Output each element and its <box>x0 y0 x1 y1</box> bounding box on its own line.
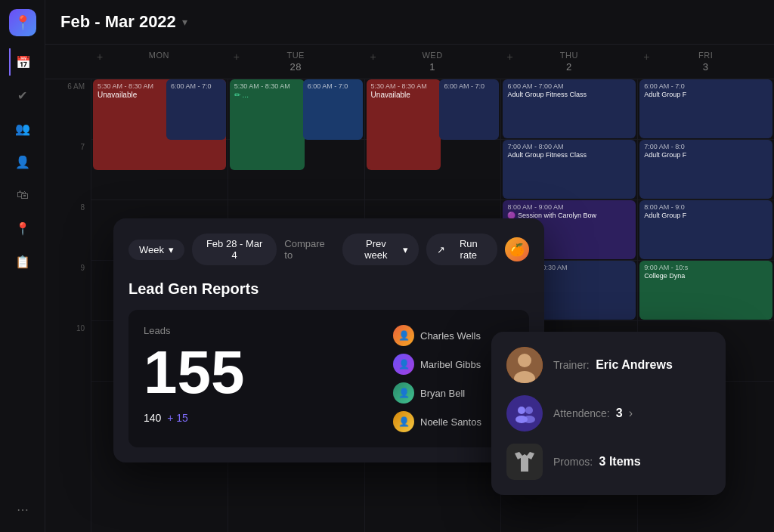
week-selector-button[interactable]: Week ▾ <box>128 240 184 260</box>
leads-card: Leads 155 140 + 15 👤 Charles Wells 👤 Mar… <box>128 310 529 447</box>
sidebar-item-more[interactable]: ⋯ <box>9 496 36 523</box>
event-tue-group[interactable]: 6:00 AM - 7:0 <box>303 79 363 140</box>
day-header-mon: + MON <box>91 45 228 79</box>
svg-point-3 <box>518 407 525 414</box>
compare-label: Compare to <box>284 238 335 261</box>
run-rate-icon: ↗ <box>437 244 445 255</box>
prev-week-label: Prev week <box>353 238 398 261</box>
add-fri-button[interactable]: + <box>643 51 650 63</box>
time-column: 6 AM 7 8 9 10 <box>45 79 91 532</box>
avatar: 👤 <box>393 382 414 404</box>
event-wed-group[interactable]: 6:00 AM - 7:0 <box>439 79 499 140</box>
time-6am: 6 AM <box>45 79 91 140</box>
time-8am: 8 <box>45 200 91 261</box>
run-rate-button[interactable]: ↗ Run rate <box>426 234 497 265</box>
svg-point-4 <box>525 407 533 414</box>
event-mon-group[interactable]: 6:00 AM - 7:0 <box>166 79 226 140</box>
panel-title: Lead Gen Reports <box>128 280 529 298</box>
event-thu-6am[interactable]: 6:00 AM - 7:00 AM Adult Group Fitness Cl… <box>503 79 636 138</box>
week-label: Week <box>139 244 164 255</box>
event-wed-unavailable[interactable]: 5:30 AM - 8:30 AM Unavailable <box>367 79 441 170</box>
day-header-tue: + TUE 28 <box>228 45 364 79</box>
time-9am: 9 <box>45 261 91 321</box>
title-dropdown-icon[interactable]: ▾ <box>182 16 187 28</box>
attendance-row: Attendence: 3 › <box>506 395 711 431</box>
leads-label: Leads <box>144 325 378 336</box>
prev-week-dropdown-icon: ▾ <box>403 244 408 255</box>
day-header-thu: + THU 2 <box>500 45 637 79</box>
avatar: 👤 <box>393 411 414 432</box>
event-fri-8am[interactable]: 8:00 AM - 9:0 Adult Group F <box>639 200 772 259</box>
sidebar-item-contacts[interactable]: 👥 <box>9 115 36 142</box>
run-rate-label: Run rate <box>450 238 487 261</box>
avatar: 👤 <box>393 354 414 375</box>
leads-stats: Leads 155 140 + 15 <box>144 325 378 424</box>
event-fri-7am[interactable]: 7:00 AM - 8:0 Adult Group F <box>639 140 772 199</box>
svg-point-1 <box>518 354 531 367</box>
calendar-header: Feb - Mar 2022 ▾ <box>45 0 774 45</box>
page-title: Feb - Mar 2022 <box>60 12 176 32</box>
promos-icon <box>506 444 543 480</box>
date-range-button[interactable]: Feb 28 - Mar 4 <box>192 234 277 265</box>
person-name: Maribel Gibbs <box>420 359 481 370</box>
leads-number: 155 <box>144 342 378 403</box>
sidebar-item-shop[interactable]: 🛍 <box>9 181 36 209</box>
sidebar: 📍 📅 ✔ 👥 👤 🛍 📍 📋 ⋯ <box>0 0 45 532</box>
trainer-label: Trainer: <box>553 359 590 371</box>
time-10am: 10 <box>45 321 91 382</box>
time-7am: 7 <box>45 140 91 200</box>
event-tue-unavailable[interactable]: 5:30 AM - 8:30 AM ✏ ... <box>230 79 305 170</box>
lead-gen-panel: Week ▾ Feb 28 - Mar 4 Compare to Prev we… <box>113 218 544 462</box>
attendance-icon <box>506 395 543 431</box>
date-range-label: Feb 28 - Mar 4 <box>203 238 266 261</box>
event-thu-7am[interactable]: 7:00 AM - 8:00 AM Adult Group Fitness Cl… <box>503 140 636 199</box>
avatar: 👤 <box>393 325 414 346</box>
add-mon-button[interactable]: + <box>97 51 104 63</box>
promos-value: 3 Items <box>599 455 641 468</box>
sidebar-item-tasks[interactable]: ✔ <box>9 82 36 109</box>
person-name: Noelle Santos <box>420 416 481 428</box>
day-header-wed: + WED 1 <box>364 45 501 79</box>
sidebar-item-location[interactable]: 📍 <box>9 215 36 242</box>
trainer-avatar <box>506 347 543 383</box>
attendance-info[interactable]: Attendence: 3 › <box>553 407 633 420</box>
main-content: Feb - Mar 2022 ▾ + MON + TUE 28 + WED 1 <box>45 0 774 532</box>
sidebar-item-reports[interactable]: 📋 <box>9 248 36 275</box>
promos-info: Promos: 3 Items <box>553 455 641 469</box>
leads-sub: 140 + 15 <box>144 412 378 424</box>
user-avatar[interactable]: 🍊 <box>505 237 529 261</box>
day-header-fri: + FRI 3 <box>637 45 774 79</box>
event-fri-9am[interactable]: 9:00 AM - 10:s College Dyna <box>639 261 772 320</box>
prev-week-button[interactable]: Prev week ▾ <box>342 234 419 265</box>
attendance-arrow-icon[interactable]: › <box>629 407 633 420</box>
calendar-grid: + MON + TUE 28 + WED 1 + THU 2 + FRI <box>45 45 774 532</box>
leads-plus: + 15 <box>167 412 188 424</box>
add-tue-button[interactable]: + <box>234 51 240 63</box>
promos-label: Promos: <box>553 456 593 468</box>
sidebar-item-profile[interactable]: 👤 <box>9 148 36 175</box>
person-name: Bryan Bell <box>420 388 465 399</box>
sidebar-item-calendar[interactable]: 📅 <box>9 48 36 76</box>
session-popup: Trainer: Eric Andrews Attendence: 3 <box>491 332 726 495</box>
app-logo[interactable]: 📍 <box>9 9 36 36</box>
leads-base: 140 <box>144 412 161 424</box>
add-wed-button[interactable]: + <box>370 51 377 63</box>
attendance-value: 3 <box>616 407 623 420</box>
trainer-info: Trainer: Eric Andrews <box>553 358 673 372</box>
svg-point-6 <box>523 416 535 423</box>
trainer-name: Eric Andrews <box>596 358 673 371</box>
panel-toolbar: Week ▾ Feb 28 - Mar 4 Compare to Prev we… <box>128 234 529 265</box>
day-headers-row: + MON + TUE 28 + WED 1 + THU 2 + FRI <box>45 45 774 79</box>
attendance-label: Attendence: <box>553 407 610 419</box>
trainer-row: Trainer: Eric Andrews <box>506 347 711 383</box>
week-dropdown-icon: ▾ <box>169 244 174 255</box>
promos-row: Promos: 3 Items <box>506 444 711 480</box>
person-name: Charles Wells <box>420 330 481 342</box>
add-thu-button[interactable]: + <box>506 51 513 63</box>
event-fri-6am[interactable]: 6:00 AM - 7:0 Adult Group F <box>639 79 772 138</box>
